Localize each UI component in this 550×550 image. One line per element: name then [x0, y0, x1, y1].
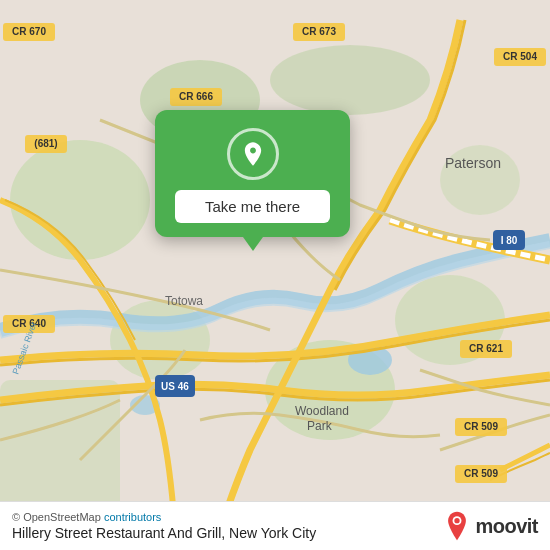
bottom-info: © OpenStreetMap contributors Hillery Str…: [12, 511, 316, 541]
svg-text:Park: Park: [307, 419, 333, 433]
moovit-pin-icon: [444, 510, 470, 542]
take-me-there-button[interactable]: Take me there: [175, 190, 330, 223]
location-icon-wrap: [227, 128, 279, 180]
svg-text:CR 621: CR 621: [469, 343, 503, 354]
svg-text:CR 670: CR 670: [12, 26, 46, 37]
svg-text:Paterson: Paterson: [445, 155, 501, 171]
popup-card: Take me there: [155, 110, 350, 237]
svg-text:Woodland: Woodland: [295, 404, 349, 418]
osm-contributors: contributors: [104, 511, 161, 523]
map-background: CR 670 CR 673 (681) CR 666 CR 504 Paters…: [0, 0, 550, 550]
svg-text:CR 666: CR 666: [179, 91, 213, 102]
svg-text:US 46: US 46: [161, 381, 189, 392]
location-title: Hillery Street Restaurant And Grill, New…: [12, 525, 316, 541]
osm-text: © OpenStreetMap: [12, 511, 101, 523]
svg-point-6: [270, 45, 430, 115]
svg-text:CR 509: CR 509: [464, 468, 498, 479]
svg-text:(681): (681): [34, 138, 57, 149]
location-pin-icon: [239, 140, 267, 168]
svg-text:CR 509: CR 509: [464, 421, 498, 432]
osm-attribution: © OpenStreetMap contributors: [12, 511, 316, 523]
svg-text:Totowa: Totowa: [165, 294, 203, 308]
svg-text:CR 504: CR 504: [503, 51, 537, 62]
moovit-label: moovit: [475, 515, 538, 538]
map-container: CR 670 CR 673 (681) CR 666 CR 504 Paters…: [0, 0, 550, 550]
bottom-bar: © OpenStreetMap contributors Hillery Str…: [0, 501, 550, 550]
svg-text:CR 673: CR 673: [302, 26, 336, 37]
svg-point-1: [10, 140, 150, 260]
svg-point-39: [455, 518, 460, 523]
moovit-logo: moovit: [444, 510, 538, 542]
svg-text:I 80: I 80: [501, 235, 518, 246]
